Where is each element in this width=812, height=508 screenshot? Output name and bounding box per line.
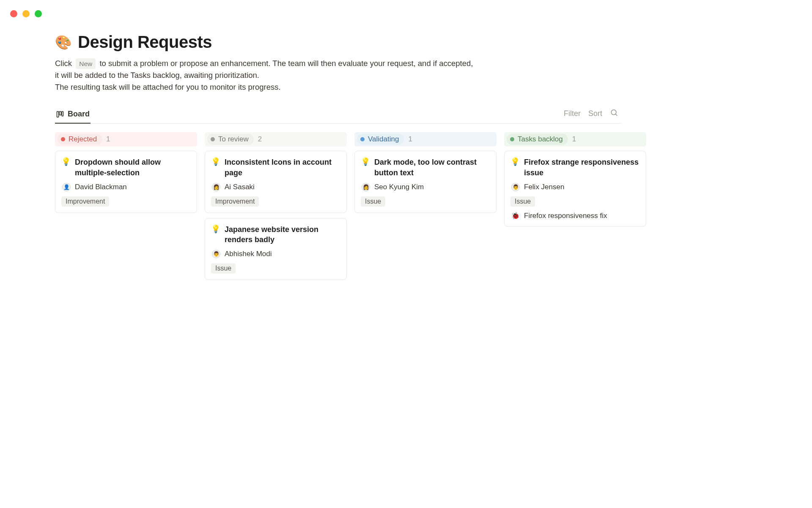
description-text-line2: The resulting task will be attached for …: [55, 83, 281, 91]
lightbulb-icon: 💡: [211, 225, 220, 234]
svg-point-3: [611, 110, 616, 115]
window-close-icon[interactable]: [10, 10, 17, 17]
status-dot-icon: [211, 137, 215, 141]
tag: Issue: [361, 196, 385, 207]
status-pill-to-review[interactable]: To review: [207, 134, 254, 145]
column-count: 2: [258, 135, 262, 144]
assignee-row: 👩Seo Kyung Kim: [361, 183, 490, 191]
assignee-row: 👩Ai Sasaki: [211, 183, 340, 191]
board: Rejected1💡Dropdown should allow multiple…: [55, 124, 622, 285]
svg-rect-2: [62, 111, 63, 116]
status-pill-validating[interactable]: Validating: [357, 134, 404, 145]
tag: Improvement: [61, 196, 109, 207]
window-controls: [0, 0, 812, 17]
avatar: 👨: [212, 250, 220, 258]
card-title: Japanese website version renders badly: [225, 224, 340, 245]
assignee-name: Ai Sasaki: [225, 183, 255, 191]
assignee-row: 👨Abhishek Modi: [211, 250, 340, 258]
status-label: Rejected: [69, 135, 97, 144]
assignee-name: Abhishek Modi: [225, 250, 272, 258]
avatar: 👩: [212, 183, 220, 191]
linked-task-row[interactable]: 🐞Firefox responsiveness fix: [510, 212, 640, 220]
card-title: Firefox strange responsiveness issue: [524, 157, 640, 178]
board-icon: [56, 110, 64, 119]
assignee-row: 👤David Blackman: [61, 183, 191, 191]
page-icon[interactable]: 🎨: [55, 36, 72, 49]
svg-line-4: [615, 114, 617, 116]
status-label: To review: [218, 135, 249, 144]
description-text-after: to submit a problem or propose an enhanc…: [55, 59, 473, 80]
column-tasks-backlog: Tasks backlog1💡Firefox strange responsiv…: [504, 132, 646, 285]
tag: Improvement: [211, 196, 259, 207]
avatar: 👩: [362, 183, 370, 191]
column-count: 1: [408, 135, 412, 144]
lightbulb-icon: 💡: [211, 157, 220, 167]
filter-button[interactable]: Filter: [564, 109, 581, 118]
card-title-row: 💡Japanese website version renders badly: [211, 224, 340, 245]
avatar: 👨: [511, 183, 520, 191]
status-dot-icon: [360, 137, 365, 141]
column-rejected: Rejected1💡Dropdown should allow multiple…: [55, 132, 197, 285]
lightbulb-icon: 💡: [510, 157, 520, 167]
card-title: Dropdown should allow multiple-selection: [75, 157, 191, 178]
column-count: 1: [572, 135, 576, 144]
page-description: Click New to submit a problem or propose…: [55, 58, 478, 93]
svg-rect-0: [57, 111, 59, 117]
lightbulb-icon: 💡: [61, 157, 71, 167]
card-title: Dark mode, too low contrast button text: [374, 157, 490, 178]
search-icon: [610, 108, 618, 117]
sort-button[interactable]: Sort: [588, 109, 602, 118]
title-row: 🎨 Design Requests: [55, 33, 622, 52]
card[interactable]: 💡Firefox strange responsiveness issue👨Fe…: [504, 151, 646, 226]
lightbulb-icon: 💡: [361, 157, 370, 167]
view-tabs: Board: [55, 106, 91, 123]
status-pill-rejected[interactable]: Rejected: [58, 134, 102, 145]
column-header-tasks-backlog[interactable]: Tasks backlog1: [504, 132, 646, 146]
assignee-name: Seo Kyung Kim: [374, 183, 424, 191]
card[interactable]: 💡Japanese website version renders badly👨…: [205, 218, 347, 280]
tab-board-label: Board: [68, 110, 90, 119]
new-button-badge[interactable]: New: [76, 58, 96, 69]
card-title-row: 💡Dropdown should allow multiple-selectio…: [61, 157, 191, 178]
status-label: Tasks backlog: [518, 135, 563, 144]
bug-icon: 🐞: [511, 212, 520, 220]
page-title[interactable]: Design Requests: [78, 33, 212, 52]
status-dot-icon: [61, 137, 65, 141]
column-count: 1: [106, 135, 110, 144]
tag: Issue: [510, 196, 535, 207]
tab-board[interactable]: Board: [55, 106, 91, 124]
assignee-row: 👨Felix Jensen: [510, 183, 640, 191]
tag: Issue: [211, 263, 236, 273]
card[interactable]: 💡Dropdown should allow multiple-selectio…: [55, 151, 197, 213]
window-zoom-icon[interactable]: [35, 10, 42, 17]
card-title: Inconsistent Icons in account page: [225, 157, 340, 178]
status-label: Validating: [368, 135, 399, 144]
assignee-name: Felix Jensen: [524, 183, 564, 191]
status-pill-tasks-backlog[interactable]: Tasks backlog: [507, 134, 568, 145]
column-header-to-review[interactable]: To review2: [205, 132, 347, 146]
avatar: 👤: [62, 183, 71, 191]
window-minimize-icon[interactable]: [22, 10, 30, 17]
view-actions: Filter Sort: [564, 108, 622, 121]
card-title-row: 💡Dark mode, too low contrast button text: [361, 157, 490, 178]
assignee-name: David Blackman: [75, 183, 127, 191]
search-button[interactable]: [610, 108, 618, 119]
column-header-validating[interactable]: Validating1: [354, 132, 497, 146]
column-header-rejected[interactable]: Rejected1: [55, 132, 197, 146]
view-bar: Board Filter Sort: [55, 106, 622, 124]
card[interactable]: 💡Dark mode, too low contrast button text…: [354, 151, 497, 213]
column-to-review: To review2💡Inconsistent Icons in account…: [205, 132, 347, 285]
description-text-before: Click: [55, 59, 72, 68]
column-validating: Validating1💡Dark mode, too low contrast …: [354, 132, 497, 285]
page-container: 🎨 Design Requests Click New to submit a …: [0, 17, 677, 285]
card[interactable]: 💡Inconsistent Icons in account page👩Ai S…: [205, 151, 347, 213]
linked-task-name: Firefox responsiveness fix: [524, 212, 607, 220]
card-title-row: 💡Inconsistent Icons in account page: [211, 157, 340, 178]
svg-rect-1: [59, 111, 61, 115]
card-title-row: 💡Firefox strange responsiveness issue: [510, 157, 640, 178]
status-dot-icon: [510, 137, 514, 141]
